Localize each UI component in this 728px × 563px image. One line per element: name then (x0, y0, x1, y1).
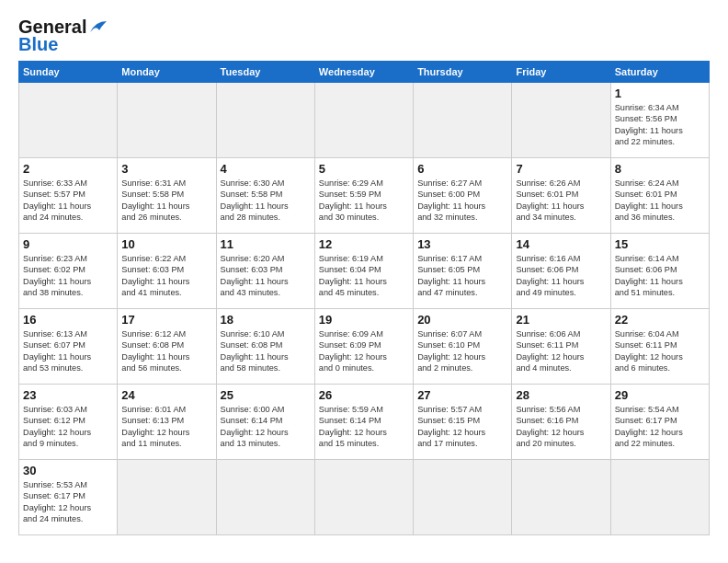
day-info: Sunrise: 6:07 AMSunset: 6:10 PMDaylight:… (417, 328, 507, 374)
day-number: 20 (417, 313, 507, 327)
day-info: Sunrise: 5:56 AMSunset: 6:16 PMDaylight:… (516, 404, 606, 450)
table-row: 6Sunrise: 6:27 AMSunset: 6:00 PMDaylight… (414, 158, 512, 234)
day-info: Sunrise: 6:31 AMSunset: 5:58 PMDaylight:… (121, 178, 211, 224)
header-saturday: Saturday (610, 62, 709, 83)
day-number: 17 (121, 313, 211, 327)
day-number: 15 (615, 237, 705, 251)
day-info: Sunrise: 6:23 AMSunset: 6:02 PMDaylight:… (23, 253, 113, 299)
table-row: 16Sunrise: 6:13 AMSunset: 6:07 PMDayligh… (19, 309, 118, 385)
table-row: 26Sunrise: 5:59 AMSunset: 6:14 PMDayligh… (314, 385, 413, 460)
calendar-row: 9Sunrise: 6:23 AMSunset: 6:02 PMDaylight… (19, 234, 710, 309)
logo-bird-icon (88, 19, 108, 36)
day-number: 2 (23, 162, 113, 176)
table-row: 13Sunrise: 6:17 AMSunset: 6:05 PMDayligh… (414, 234, 512, 309)
day-number: 18 (221, 313, 311, 327)
day-number: 4 (221, 162, 311, 176)
day-info: Sunrise: 6:33 AMSunset: 5:57 PMDaylight:… (23, 178, 113, 224)
header-wednesday: Wednesday (314, 62, 413, 83)
day-number: 19 (319, 313, 409, 327)
day-info: Sunrise: 5:57 AMSunset: 6:15 PMDaylight:… (417, 404, 507, 450)
header-tuesday: Tuesday (216, 62, 314, 83)
table-row: 7Sunrise: 6:26 AMSunset: 6:01 PMDaylight… (512, 158, 610, 234)
day-number: 10 (121, 237, 211, 251)
calendar-row: 1Sunrise: 6:34 AMSunset: 5:56 PMDaylight… (19, 83, 710, 158)
table-row (216, 460, 314, 535)
table-row: 21Sunrise: 6:06 AMSunset: 6:11 PMDayligh… (512, 309, 610, 385)
calendar-row: 23Sunrise: 6:03 AMSunset: 6:12 PMDayligh… (19, 385, 710, 460)
day-info: Sunrise: 6:26 AMSunset: 6:01 PMDaylight:… (516, 178, 606, 224)
day-info: Sunrise: 5:59 AMSunset: 6:14 PMDaylight:… (319, 404, 409, 450)
day-number: 16 (23, 313, 113, 327)
day-number: 25 (221, 388, 311, 402)
day-number: 27 (417, 388, 507, 402)
table-row (314, 83, 413, 158)
table-row: 11Sunrise: 6:20 AMSunset: 6:03 PMDayligh… (216, 234, 314, 309)
table-row: 20Sunrise: 6:07 AMSunset: 6:10 PMDayligh… (414, 309, 512, 385)
day-number: 28 (516, 388, 606, 402)
day-info: Sunrise: 6:16 AMSunset: 6:06 PMDaylight:… (516, 253, 606, 299)
table-row: 18Sunrise: 6:10 AMSunset: 6:08 PMDayligh… (216, 309, 314, 385)
day-number: 7 (516, 162, 606, 176)
day-number: 11 (221, 237, 311, 251)
day-number: 21 (516, 313, 606, 327)
day-number: 12 (319, 237, 409, 251)
table-row (118, 460, 216, 535)
day-number: 1 (615, 86, 705, 100)
day-number: 29 (615, 388, 705, 402)
day-info: Sunrise: 5:54 AMSunset: 6:17 PMDaylight:… (615, 404, 705, 450)
table-row (414, 83, 512, 158)
table-row: 5Sunrise: 6:29 AMSunset: 5:59 PMDaylight… (314, 158, 413, 234)
day-number: 13 (417, 237, 507, 251)
day-info: Sunrise: 6:00 AMSunset: 6:14 PMDaylight:… (221, 404, 311, 450)
table-row: 28Sunrise: 5:56 AMSunset: 6:16 PMDayligh… (512, 385, 610, 460)
table-row: 1Sunrise: 6:34 AMSunset: 5:56 PMDaylight… (610, 83, 709, 158)
day-number: 26 (319, 388, 409, 402)
table-row: 4Sunrise: 6:30 AMSunset: 5:58 PMDaylight… (216, 158, 314, 234)
table-row (19, 83, 118, 158)
day-info: Sunrise: 6:17 AMSunset: 6:05 PMDaylight:… (417, 253, 507, 299)
day-info: Sunrise: 6:22 AMSunset: 6:03 PMDaylight:… (121, 253, 211, 299)
header-sunday: Sunday (19, 62, 118, 83)
table-row: 9Sunrise: 6:23 AMSunset: 6:02 PMDaylight… (19, 234, 118, 309)
day-info: Sunrise: 6:14 AMSunset: 6:06 PMDaylight:… (615, 253, 705, 299)
day-info: Sunrise: 6:30 AMSunset: 5:58 PMDaylight:… (221, 178, 311, 224)
table-row: 27Sunrise: 5:57 AMSunset: 6:15 PMDayligh… (414, 385, 512, 460)
day-number: 23 (23, 388, 113, 402)
table-row: 10Sunrise: 6:22 AMSunset: 6:03 PMDayligh… (118, 234, 216, 309)
day-number: 6 (417, 162, 507, 176)
header-friday: Friday (512, 62, 610, 83)
table-row (216, 83, 314, 158)
day-number: 24 (121, 388, 211, 402)
day-info: Sunrise: 6:34 AMSunset: 5:56 PMDaylight:… (615, 102, 705, 148)
calendar-row: 2Sunrise: 6:33 AMSunset: 5:57 PMDaylight… (19, 158, 710, 234)
day-info: Sunrise: 6:29 AMSunset: 5:59 PMDaylight:… (319, 178, 409, 224)
page: General Blue Sunday Monday Tuesday Wedne… (0, 0, 728, 563)
table-row: 30Sunrise: 5:53 AMSunset: 6:17 PMDayligh… (19, 460, 118, 535)
table-row (512, 83, 610, 158)
table-row (118, 83, 216, 158)
table-row: 19Sunrise: 6:09 AMSunset: 6:09 PMDayligh… (314, 309, 413, 385)
day-info: Sunrise: 6:12 AMSunset: 6:08 PMDaylight:… (121, 328, 211, 374)
day-number: 8 (615, 162, 705, 176)
table-row: 24Sunrise: 6:01 AMSunset: 6:13 PMDayligh… (118, 385, 216, 460)
table-row: 29Sunrise: 5:54 AMSunset: 6:17 PMDayligh… (610, 385, 709, 460)
weekday-header-row: Sunday Monday Tuesday Wednesday Thursday… (19, 62, 710, 83)
day-info: Sunrise: 6:04 AMSunset: 6:11 PMDaylight:… (615, 328, 705, 374)
logo: General Blue (18, 17, 108, 55)
header-monday: Monday (118, 62, 216, 83)
table-row: 2Sunrise: 6:33 AMSunset: 5:57 PMDaylight… (19, 158, 118, 234)
table-row (610, 460, 709, 535)
day-info: Sunrise: 6:20 AMSunset: 6:03 PMDaylight:… (221, 253, 311, 299)
day-info: Sunrise: 6:06 AMSunset: 6:11 PMDaylight:… (516, 328, 606, 374)
day-number: 3 (121, 162, 211, 176)
header: General Blue (18, 17, 710, 55)
day-number: 30 (23, 464, 113, 477)
table-row: 14Sunrise: 6:16 AMSunset: 6:06 PMDayligh… (512, 234, 610, 309)
calendar-row: 16Sunrise: 6:13 AMSunset: 6:07 PMDayligh… (19, 309, 710, 385)
day-info: Sunrise: 6:03 AMSunset: 6:12 PMDaylight:… (23, 404, 113, 450)
day-number: 14 (516, 237, 606, 251)
table-row: 3Sunrise: 6:31 AMSunset: 5:58 PMDaylight… (118, 158, 216, 234)
table-row (512, 460, 610, 535)
table-row: 23Sunrise: 6:03 AMSunset: 6:12 PMDayligh… (19, 385, 118, 460)
table-row: 15Sunrise: 6:14 AMSunset: 6:06 PMDayligh… (610, 234, 709, 309)
